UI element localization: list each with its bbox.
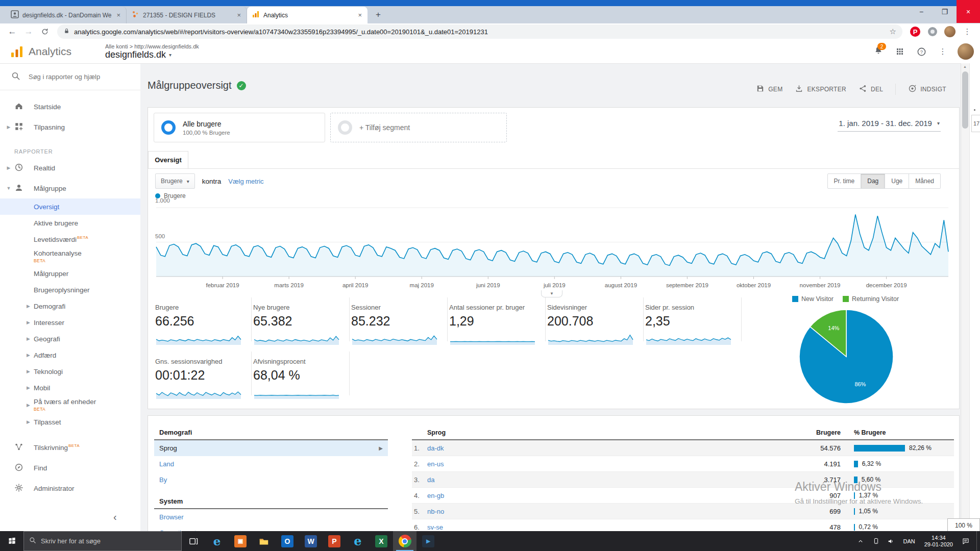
language-link[interactable]: en-us <box>427 460 444 468</box>
sidebar-item-levetidsv-rdi[interactable]: LevetidsværdiBETA <box>0 231 140 247</box>
pinterest-extension-icon[interactable]: P <box>909 25 922 38</box>
sidebar-item-oversigt[interactable]: Oversigt <box>0 198 140 215</box>
report-search-input[interactable]: Søg i rapporter og hjælp <box>0 63 140 90</box>
sidebar-item-kohorteanalyse[interactable]: KohorteanalyseBETA <box>0 247 140 265</box>
indsigt-button[interactable]: INDSIGT <box>908 84 946 94</box>
taskbar-outlook-icon[interactable]: O <box>276 531 299 551</box>
page-scrollbar[interactable]: ▲ ▼ <box>961 63 969 531</box>
address-bar[interactable]: analytics.google.com/analytics/web/#/rep… <box>57 24 902 39</box>
column-header-pct[interactable]: % Brugere <box>841 429 954 436</box>
sidebar-item-realtid[interactable]: ▶ Realtid <box>0 158 140 178</box>
start-button[interactable] <box>0 531 23 551</box>
metric-card-nye-brugere[interactable]: Nye brugere 65.382 <box>252 297 350 341</box>
account-switcher[interactable]: designfields.dk▾ <box>105 49 199 60</box>
help-icon[interactable]: ? <box>911 41 932 62</box>
sidebar-item-adf-rd[interactable]: ▶Adfærd <box>0 347 140 363</box>
sidebar-item-interesser[interactable]: ▶Interesser <box>0 314 140 331</box>
dimension-link-browser[interactable]: Browser <box>154 509 388 525</box>
dimension-link-land[interactable]: Land <box>154 456 388 472</box>
language-link[interactable]: sv-se <box>427 523 443 531</box>
sidebar-item-m-lgruppe[interactable]: ▼ Målgruppe <box>0 178 140 198</box>
new-tab-button[interactable]: + <box>372 8 385 21</box>
window-title-bar[interactable] <box>0 0 980 6</box>
show-desktop-button[interactable] <box>976 531 980 551</box>
metric-card-brugere[interactable]: Brugere 66.256 <box>154 297 252 341</box>
browser-tab[interactable]: Analytics × <box>247 7 368 23</box>
granularity-m-ned[interactable]: Måned <box>909 173 941 189</box>
sidebar-item-geografi[interactable]: ▶Geografi <box>0 331 140 347</box>
eksporter-button[interactable]: EKSPORTER <box>795 84 846 94</box>
sidebar-item-m-lgrupper[interactable]: Målgrupper <box>0 265 140 282</box>
taskbar-edge-icon[interactable]: e <box>205 531 229 551</box>
sidebar-item-p-tv-rs-af-enheder[interactable]: ▶På tværs af enhederBETA <box>0 396 140 414</box>
dimension-link-by[interactable]: By <box>154 472 388 488</box>
browser-tab[interactable]: 271355 - DESIGN FIELDS × <box>127 7 247 23</box>
choose-metric-link[interactable]: Vælg metric <box>228 178 263 185</box>
metric-card-afvisningsprocent[interactable]: Afvisningsprocent 68,04 % <box>252 352 350 395</box>
scrollbar-thumb[interactable] <box>962 71 968 129</box>
back-button[interactable]: ← <box>5 24 19 39</box>
action-center-icon[interactable] <box>958 537 973 545</box>
speaker-icon[interactable] <box>884 537 899 545</box>
taskbar-chrome-icon[interactable] <box>393 531 416 551</box>
column-header-users[interactable]: Brugere <box>713 429 841 436</box>
dimension-link-sprog[interactable]: Sprog▶ <box>154 440 388 456</box>
sidebar-item-tilpasning[interactable]: ▶ Tilpasning <box>0 117 140 137</box>
metric-card-sidevisninger[interactable]: Sidevisninger 200.708 <box>546 297 644 341</box>
bookmark-star-icon[interactable]: ☆ <box>890 27 896 36</box>
device-icon[interactable] <box>868 537 884 545</box>
sidebar-item-demografi[interactable]: ▶Demografi <box>0 298 140 314</box>
extension-icon[interactable] <box>926 25 939 38</box>
clock[interactable]: 14:34 29-01-2020 <box>919 535 958 548</box>
browser-menu-icon[interactable]: ⋮ <box>961 25 974 38</box>
sidebar-item-startside[interactable]: Startside <box>0 96 140 117</box>
close-button[interactable]: × <box>957 0 980 23</box>
granularity-pr-time[interactable]: Pr. time <box>827 173 862 189</box>
sidebar-item-brugeroplysninger[interactable]: Brugeroplysninger <box>0 282 140 298</box>
taskbar-file-explorer-icon[interactable] <box>252 531 276 551</box>
apps-grid-icon[interactable] <box>889 41 911 62</box>
language-indicator[interactable]: DAN <box>899 538 919 544</box>
sidebar-item-mobil[interactable]: ▶Mobil <box>0 380 140 396</box>
sidebar-item-tilpasset[interactable]: ▶Tilpasset <box>0 414 140 430</box>
maximize-button[interactable]: ❐ <box>933 0 957 23</box>
metric-card-gns-sessionsvarighed[interactable]: Gns. sessionsvarighed 00:01:22 <box>154 352 252 395</box>
browser-tab[interactable]: designfields.dk - DanDomain We × <box>6 7 127 23</box>
del-button[interactable]: DEL <box>859 84 883 94</box>
gem-button[interactable]: GEM <box>756 84 782 94</box>
metric-card-antal-sessioner-pr-bruger[interactable]: Antal sessioner pr. bruger 1,29 <box>448 297 546 341</box>
sidebar-item-find[interactable]: Find <box>0 458 140 478</box>
metric-dropdown[interactable]: Brugere▾ <box>155 173 195 189</box>
annotations-pull-tab[interactable]: ▼ <box>541 290 562 297</box>
taskbar-task-view-icon[interactable] <box>182 531 205 551</box>
ga-menu-icon[interactable]: ⋮ <box>932 41 953 62</box>
metric-card-sessioner[interactable]: Sessioner 85.232 <box>350 297 448 341</box>
sidebar-item-tilskrivning[interactable]: TilskrivningBETA <box>0 437 140 458</box>
metric-card-sider-pr-session[interactable]: Sider pr. session 2,35 <box>644 297 742 341</box>
tab-close-icon[interactable]: × <box>236 11 242 19</box>
reload-button[interactable] <box>38 24 52 39</box>
analytics-logo-icon[interactable] <box>10 45 24 59</box>
url-text[interactable]: analytics.google.com/analytics/web/#/rep… <box>74 28 886 36</box>
notifications-bell-icon[interactable]: 2 <box>868 41 889 62</box>
tab-close-icon[interactable]: × <box>115 11 121 19</box>
taskbar-word-icon[interactable]: W <box>299 531 323 551</box>
language-link[interactable]: nb-no <box>427 508 444 515</box>
tab-oversigt[interactable]: Oversigt <box>148 151 188 168</box>
user-avatar[interactable] <box>958 43 974 60</box>
language-link[interactable]: da <box>427 476 434 484</box>
add-segment-button[interactable]: + Tilføj segment <box>330 113 507 142</box>
tab-close-icon[interactable]: × <box>357 11 363 19</box>
taskbar-search-input[interactable]: Skriv her for at søge <box>23 531 182 551</box>
language-link[interactable]: da-dk <box>427 444 444 452</box>
sidebar-collapse-button[interactable]: ‹ <box>113 511 117 523</box>
segment-all-users[interactable]: Alle brugere 100,00 % Brugere <box>154 113 325 142</box>
sidebar-item-aktive-brugere[interactable]: Aktive brugere <box>0 215 140 231</box>
date-range-selector[interactable]: 1. jan. 2019 - 31. dec. 2019▾ <box>838 119 941 132</box>
language-link[interactable]: en-gb <box>427 492 444 499</box>
taskbar-ie-icon[interactable]: e <box>346 531 370 551</box>
taskbar-powerpoint-icon[interactable]: P <box>323 531 346 551</box>
taskbar-store-icon[interactable]: ▣ <box>229 531 252 551</box>
profile-avatar[interactable] <box>943 25 957 38</box>
granularity-uge[interactable]: Uge <box>885 173 909 189</box>
